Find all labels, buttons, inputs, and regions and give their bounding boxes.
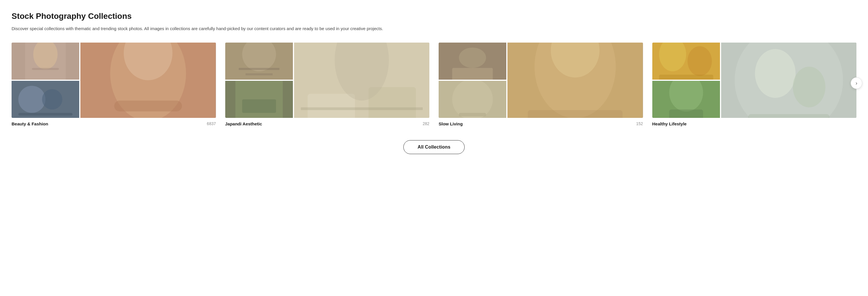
svg-rect-16 bbox=[246, 73, 273, 75]
svg-point-41 bbox=[755, 49, 796, 98]
svg-rect-38 bbox=[659, 75, 713, 79]
svg-rect-46 bbox=[669, 109, 703, 118]
svg-point-11 bbox=[42, 89, 62, 109]
collections-row: Beauty & Fashion 6837 bbox=[11, 43, 857, 126]
collection-count-slow: 152 bbox=[636, 122, 643, 126]
svg-rect-18 bbox=[307, 93, 355, 117]
all-collections-button[interactable]: All Collections bbox=[403, 140, 465, 154]
collection-card-slow-living[interactable]: Slow Living 152 bbox=[439, 43, 643, 126]
svg-rect-34 bbox=[459, 113, 486, 116]
svg-rect-24 bbox=[242, 99, 276, 113]
collection-name-slow: Slow Living bbox=[439, 122, 463, 126]
svg-point-26 bbox=[459, 48, 486, 68]
svg-point-10 bbox=[18, 86, 45, 113]
collection-card-beauty-fashion[interactable]: Beauty & Fashion 6837 bbox=[11, 43, 216, 126]
svg-rect-43 bbox=[748, 114, 829, 118]
slow-img-large bbox=[507, 43, 643, 118]
slow-img-small-2 bbox=[439, 81, 506, 118]
svg-point-42 bbox=[793, 66, 825, 107]
svg-rect-15 bbox=[239, 68, 279, 70]
svg-rect-12 bbox=[18, 113, 72, 115]
collection-card-japandi[interactable]: Japandi Aesthetic 282 bbox=[225, 43, 430, 126]
collections-carousel: Beauty & Fashion 6837 bbox=[11, 43, 857, 126]
japandi-img-small-2 bbox=[225, 81, 293, 118]
svg-point-37 bbox=[687, 46, 712, 76]
svg-rect-27 bbox=[452, 68, 493, 80]
svg-point-33 bbox=[452, 81, 493, 118]
collection-meta-healthy: Healthy Lifestyle bbox=[652, 122, 857, 126]
beauty-img-small-1 bbox=[11, 43, 79, 80]
slow-img-small-1 bbox=[439, 43, 506, 80]
collection-images-slow bbox=[439, 43, 643, 118]
japandi-img-small-1 bbox=[225, 43, 293, 80]
japandi-img-large bbox=[294, 43, 429, 118]
collection-images-japandi bbox=[225, 43, 430, 118]
collection-meta-japandi: Japandi Aesthetic 282 bbox=[225, 122, 430, 126]
svg-rect-21 bbox=[301, 107, 423, 110]
collection-meta-slow: Slow Living 152 bbox=[439, 122, 643, 126]
healthy-img-small-1 bbox=[652, 43, 720, 80]
svg-rect-31 bbox=[528, 110, 622, 118]
carousel-next-button[interactable]: › bbox=[851, 77, 862, 89]
collection-images-beauty bbox=[11, 43, 216, 118]
beauty-img-large bbox=[81, 43, 216, 118]
page-description: Discover special collections with themat… bbox=[11, 26, 857, 32]
beauty-img-small-2 bbox=[11, 81, 79, 118]
svg-rect-3 bbox=[32, 68, 59, 70]
healthy-img-small-2 bbox=[652, 81, 720, 118]
collection-name-beauty: Beauty & Fashion bbox=[11, 122, 48, 126]
collection-images-healthy bbox=[652, 43, 857, 118]
collection-name-japandi: Japandi Aesthetic bbox=[225, 122, 262, 126]
all-collections-section: All Collections bbox=[11, 140, 857, 154]
svg-rect-7 bbox=[114, 101, 182, 111]
collection-count-beauty: 6837 bbox=[207, 122, 216, 126]
collection-card-healthy[interactable]: Healthy Lifestyle bbox=[652, 43, 857, 126]
collection-name-healthy: Healthy Lifestyle bbox=[652, 122, 687, 126]
collection-meta-beauty: Beauty & Fashion 6837 bbox=[11, 122, 216, 126]
healthy-img-large bbox=[721, 43, 857, 118]
page-title: Stock Photography Collections bbox=[11, 11, 857, 21]
collection-count-japandi: 282 bbox=[423, 122, 429, 126]
